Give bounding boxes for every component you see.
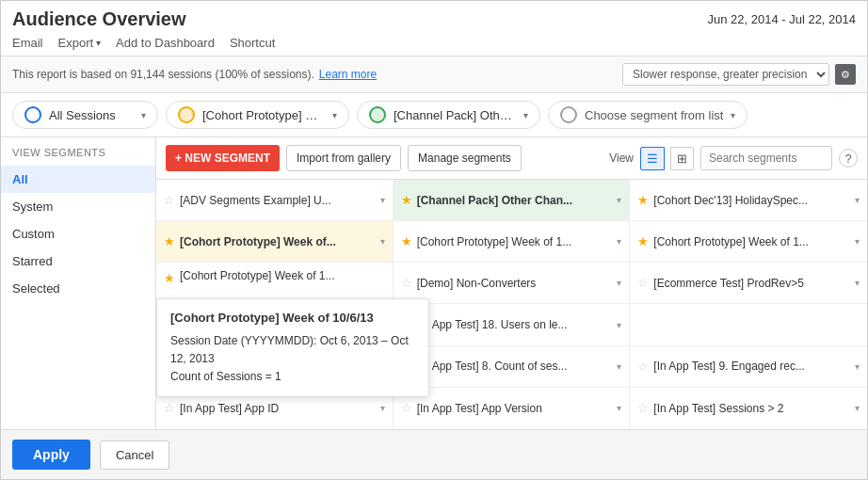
star-icon-filled[interactable]: ★ — [164, 234, 175, 248]
pill-chevron-icon: ▾ — [141, 110, 146, 120]
segment-cell[interactable]: ☆ [Demo] Non-Converters ▾ — [394, 263, 631, 304]
nav-item-all[interactable]: All — [1, 166, 155, 193]
segment-name: [Demo] Non-Converters — [417, 277, 613, 290]
pill-chevron-icon: ▾ — [332, 110, 337, 120]
segment-pill-all-sessions[interactable]: All Sessions ▾ — [12, 101, 158, 129]
cell-chevron-icon: ▾ — [617, 236, 621, 247]
star-icon-filled[interactable]: ★ — [164, 271, 175, 285]
segment-pill-cohort[interactable]: [Cohort Prototype] Week ... ▾ — [166, 101, 349, 129]
segment-name: [In App Test] Sessions > 2 — [653, 402, 850, 415]
segment-cell[interactable]: ☆ [In App Test] 9. Engaged rec... ▾ — [630, 346, 867, 388]
report-info-text: This report is based on 91,144 sessions … — [12, 68, 314, 81]
star-icon[interactable]: ☆ — [164, 401, 175, 415]
star-icon[interactable]: ☆ — [401, 276, 412, 290]
star-icon[interactable]: ☆ — [637, 276, 649, 290]
search-segments-input[interactable] — [700, 146, 832, 170]
cell-chevron-icon: ▾ — [855, 361, 860, 372]
tooltip-line2: Count of Sessions = 1 — [170, 368, 415, 386]
grid-view-button[interactable]: ⊞ — [670, 147, 694, 170]
star-icon-filled[interactable]: ★ — [637, 193, 649, 207]
cell-chevron-icon: ▾ — [855, 195, 860, 205]
segment-name: [ADV Segments Example] U... — [180, 194, 376, 207]
sampling-select[interactable]: Slower response, greater precision — [622, 63, 829, 86]
apply-button[interactable]: Apply — [12, 440, 90, 470]
manage-segments-button[interactable]: Manage segments — [408, 145, 522, 171]
segment-name: [In App Test] 18. Users on le... — [417, 318, 613, 331]
segment-cell-empty — [630, 304, 867, 345]
new-segment-button[interactable]: + NEW SEGMENT — [166, 145, 280, 171]
bottom-bar: Apply Cancel — [1, 429, 867, 479]
cell-chevron-icon: ▾ — [380, 236, 385, 247]
segment-name: [Ecommerce Test] ProdRev>5 — [653, 277, 850, 290]
star-icon-filled[interactable]: ★ — [637, 234, 649, 248]
list-view-button[interactable]: ☰ — [640, 147, 665, 170]
actions-bar: Email Export ▾ Add to Dashboard Shortcut — [12, 30, 856, 56]
pill-label: Choose segment from list — [585, 108, 723, 122]
segment-name: [In App Test] App ID — [180, 402, 376, 415]
view-segments-label: VIEW SEGMENTS — [1, 147, 155, 166]
view-label: View — [609, 152, 634, 165]
segment-pill-choose[interactable]: Choose segment from list ▾ — [548, 101, 747, 129]
star-icon[interactable]: ☆ — [164, 193, 175, 207]
learn-more-link[interactable]: Learn more — [319, 68, 377, 81]
cell-chevron-icon: ▾ — [380, 403, 385, 413]
help-icon[interactable]: ? — [839, 149, 858, 168]
segment-name: [In App Test] App Version — [417, 402, 613, 415]
pill-label: [Cohort Prototype] Week ... — [202, 108, 325, 122]
cell-chevron-icon: ▾ — [617, 195, 621, 205]
segment-name: [Cohort Dec'13] HolidaySpec... — [653, 194, 850, 207]
top-bar: Audience Overview Jun 22, 2014 - Jul 22,… — [1, 1, 867, 56]
star-icon[interactable]: ☆ — [637, 360, 649, 374]
pill-label: All Sessions — [49, 108, 116, 122]
import-from-gallery-button[interactable]: Import from gallery — [286, 145, 401, 171]
cell-chevron-icon: ▾ — [855, 236, 860, 247]
pill-label: [Channel Pack] Other Ch... — [394, 108, 516, 122]
segment-cell-cohort[interactable]: ★ [Cohort Prototype] Week of... ▾ — [156, 221, 394, 263]
pill-chevron-icon: ▾ — [731, 110, 735, 120]
cell-chevron-icon: ▾ — [855, 278, 860, 288]
date-range: Jun 22, 2014 - Jul 22, 2014 — [707, 12, 856, 26]
dot-green — [369, 106, 386, 123]
tooltip-title: [Cohort Prototype] Week of 10/6/13 — [170, 309, 415, 328]
sampling-bar: This report is based on 91,144 sessions … — [1, 56, 867, 93]
star-icon-filled[interactable]: ★ — [401, 193, 412, 207]
segment-name: [Cohort Prototype] Week of 1... — [180, 269, 385, 282]
main-area: VIEW SEGMENTS All System Custom Starred … — [1, 137, 867, 429]
segment-name: [In App Test] 9. Engaged rec... — [653, 360, 850, 373]
segment-tooltip: [Cohort Prototype] Week of 10/6/13 Sessi… — [156, 298, 429, 396]
cell-chevron-icon: ▾ — [617, 361, 621, 372]
nav-item-custom[interactable]: Custom — [1, 220, 155, 248]
nav-item-selected[interactable]: Selected — [1, 275, 155, 302]
segment-cell[interactable]: ☆ [In App Test] Sessions > 2 ▾ — [630, 388, 867, 429]
star-icon-filled[interactable]: ★ — [401, 234, 412, 248]
cancel-button[interactable]: Cancel — [100, 440, 169, 470]
segments-toolbar: + NEW SEGMENT Import from gallery Manage… — [156, 137, 867, 180]
segment-cell-tooltip[interactable]: ★ [Cohort Prototype] Week of 1... [Cohor… — [156, 263, 394, 304]
right-panel: + NEW SEGMENT Import from gallery Manage… — [156, 137, 867, 429]
export-chevron-icon: ▾ — [96, 38, 101, 48]
cell-chevron-icon: ▾ — [617, 320, 621, 330]
sampling-icon: ⚙ — [835, 64, 856, 85]
segment-cell[interactable]: ★ [Cohort Prototype] Week of 1... ▾ — [394, 221, 631, 263]
segment-cell[interactable]: ☆ [ADV Segments Example] U... ▾ — [156, 180, 394, 221]
nav-item-starred[interactable]: Starred — [1, 248, 155, 275]
segment-pill-channel[interactable]: [Channel Pack] Other Ch... ▾ — [357, 101, 540, 129]
tooltip-line1: Session Date (YYYYMMDD): Oct 6, 2013 – O… — [170, 332, 415, 368]
cell-chevron-icon: ▾ — [617, 403, 621, 413]
email-link[interactable]: Email — [12, 36, 43, 50]
export-button[interactable]: Export ▾ — [58, 36, 102, 50]
segment-cell[interactable]: ★ [Cohort Prototype] Week of 1... ▾ — [630, 221, 867, 263]
segment-name: [In App Test] 8. Count of ses... — [417, 360, 613, 373]
add-to-dashboard-link[interactable]: Add to Dashboard — [116, 36, 215, 50]
dot-gray — [560, 106, 577, 123]
shortcut-link[interactable]: Shortcut — [230, 36, 275, 50]
segment-pills-row: All Sessions ▾ [Cohort Prototype] Week .… — [1, 93, 867, 137]
segment-cell-channel[interactable]: ★ [Channel Pack] Other Chan... ▾ — [394, 180, 631, 221]
star-icon[interactable]: ☆ — [637, 401, 649, 415]
cell-chevron-icon: ▾ — [380, 195, 385, 205]
segment-cell[interactable]: ☆ [Ecommerce Test] ProdRev>5 ▾ — [630, 263, 867, 304]
segment-cell[interactable]: ★ [Cohort Dec'13] HolidaySpec... ▾ — [630, 180, 867, 221]
segment-name: [Cohort Prototype] Week of 1... — [417, 235, 613, 248]
nav-item-system[interactable]: System — [1, 193, 155, 220]
star-icon[interactable]: ☆ — [401, 401, 412, 415]
